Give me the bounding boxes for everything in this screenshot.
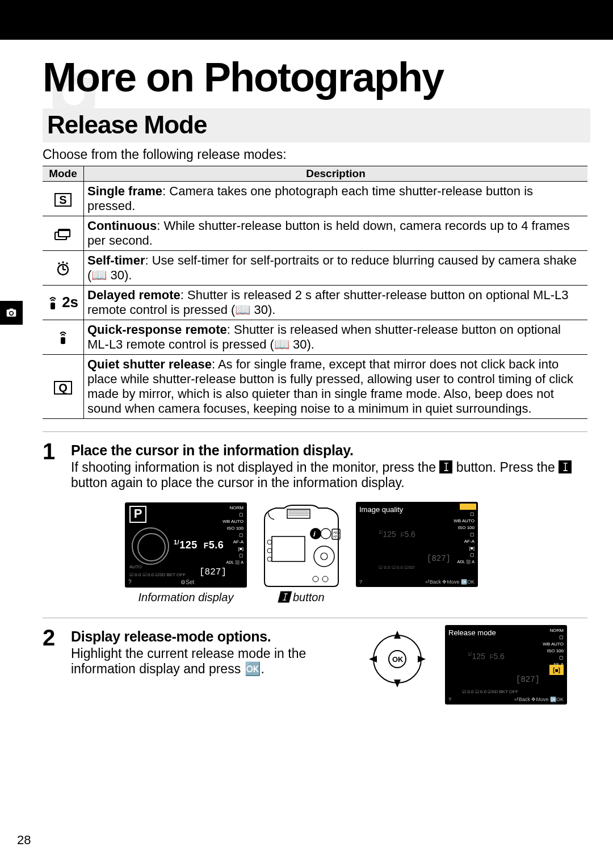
svg-point-26 bbox=[267, 548, 272, 553]
section-title: Release Mode bbox=[47, 111, 586, 139]
svg-rect-11 bbox=[272, 536, 305, 561]
step-title: Display release-mode options. bbox=[71, 628, 343, 645]
continuous-icon bbox=[54, 224, 72, 241]
lcd-footer-set: ⚙Set bbox=[180, 579, 194, 585]
mode-icon-cell: S bbox=[43, 182, 84, 216]
lcd-footer-nav: ⏎Back ✥Move 🆗OK bbox=[514, 697, 564, 702]
header-black-bar bbox=[0, 0, 613, 40]
mode-description-cell: Self-timer: Use self-timer for self-port… bbox=[84, 251, 588, 286]
exposure-dial-icon bbox=[132, 527, 169, 565]
shots-remaining: [827] bbox=[199, 567, 226, 577]
svg-point-27 bbox=[267, 557, 272, 561]
svg-marker-35 bbox=[369, 656, 377, 662]
svg-point-23 bbox=[310, 528, 321, 539]
figure-camera-back: AE-L AF-L i bbox=[262, 502, 341, 604]
step-number: 1 bbox=[43, 439, 71, 463]
mode-icon-cell: 2s bbox=[43, 286, 84, 320]
mode-icon-cell bbox=[43, 216, 84, 251]
svg-marker-36 bbox=[418, 656, 426, 662]
step-body-text: If shooting information is not displayed… bbox=[71, 460, 587, 490]
lcd-panel-info: P 1/125 F5.6 NORM▢WB AUTOISO 100▢AF-A[■]… bbox=[125, 502, 247, 588]
svg-point-7 bbox=[62, 261, 64, 263]
mode-label: Single frame bbox=[87, 184, 162, 198]
release-mode-table: Mode Description SSingle frame: Camera t… bbox=[43, 166, 587, 419]
figure-dpad-ok: OK bbox=[363, 625, 431, 693]
menu-title: Release mode bbox=[448, 628, 496, 637]
right-settings-col: NORM▢WB AUTOISO 100▢AF-A[■]▢ADL ⬛ A bbox=[221, 505, 245, 566]
page-number: 28 bbox=[17, 833, 31, 848]
svg-rect-9 bbox=[51, 303, 55, 309]
table-row: Continuous: While shutter-release button… bbox=[43, 216, 587, 251]
section-title-bar: Release Mode bbox=[43, 108, 590, 142]
table-row: 2sDelayed remote: Shutter is released 2 … bbox=[43, 286, 587, 320]
svg-point-28 bbox=[313, 576, 318, 582]
side-tab-camera-icon bbox=[0, 301, 23, 325]
svg-point-17 bbox=[314, 546, 334, 567]
svg-point-8 bbox=[66, 262, 68, 264]
chapter-title: More on Photography bbox=[43, 54, 590, 100]
svg-point-6 bbox=[58, 262, 60, 264]
lcd-footer-nav: ⏎Back ✥Move 🆗OK bbox=[425, 579, 475, 585]
camera-back-illustration: AE-L AF-L i bbox=[262, 502, 341, 588]
table-row: Quick-response remote: Shutter is releas… bbox=[43, 320, 587, 355]
manual-page: More on Photography Release Mode Choose … bbox=[0, 0, 613, 868]
right-settings-col: NORM▢WB AUTOISO 100▢AF-A[■]▢ADL ⬛ A bbox=[452, 504, 476, 565]
svg-point-19 bbox=[321, 529, 331, 539]
page-reference-icon: 📖 bbox=[274, 337, 289, 351]
svg-rect-10 bbox=[61, 337, 65, 344]
step-2: 2 Display release-mode options. Highligh… bbox=[43, 618, 587, 735]
mode-icon-cell bbox=[43, 320, 84, 355]
lcd-panel-menu: Image quality 1/125 F5.6 NORM▢WB AUTOISO… bbox=[356, 502, 478, 587]
svg-text:OK: OK bbox=[392, 655, 404, 664]
intro-text: Choose from the following release modes: bbox=[43, 147, 590, 162]
svg-point-18 bbox=[321, 553, 328, 560]
mode-label: Delayed remote bbox=[87, 288, 180, 302]
svg-point-29 bbox=[322, 576, 328, 582]
table-row: SSingle frame: Camera takes one photogra… bbox=[43, 182, 587, 216]
mode-description-text: : While shutter-release button is held d… bbox=[87, 219, 570, 248]
single-frame-icon: S bbox=[54, 193, 71, 207]
mode-icon-cell: Q bbox=[43, 355, 84, 419]
figure-caption: 🅸 button bbox=[278, 591, 324, 604]
svg-marker-34 bbox=[394, 680, 401, 687]
table-row: Self-timer: Use self-timer for self-port… bbox=[43, 251, 587, 286]
mode-label: Self-timer bbox=[87, 253, 145, 267]
mode-description-cell: Delayed remote: Shutter is released 2 s … bbox=[84, 286, 588, 320]
svg-marker-33 bbox=[394, 631, 401, 639]
mode-label: Quiet shutter release bbox=[87, 357, 212, 371]
svg-text:AF-L: AF-L bbox=[333, 535, 340, 538]
figure-image-quality-menu: Image quality 1/125 F5.6 NORM▢WB AUTOISO… bbox=[356, 502, 478, 604]
quiet-release-icon: Q bbox=[54, 381, 72, 395]
mode-description-cell: Continuous: While shutter-release button… bbox=[84, 216, 588, 251]
mode-label: Quick-response remote bbox=[87, 322, 227, 337]
page-reference-icon: 📖 bbox=[235, 303, 250, 317]
delayed-remote-icon: 2s bbox=[48, 293, 78, 311]
shutter-aperture: 1/125 F5.6 bbox=[174, 539, 224, 551]
page-reference-icon: 📖 bbox=[91, 268, 107, 282]
mode-description-cell: Single frame: Camera takes one photograp… bbox=[84, 182, 588, 216]
mode-icon-cell bbox=[43, 251, 84, 286]
quick-remote-icon bbox=[58, 328, 68, 345]
right-settings-col: NORM▢WB AUTOISO 100▢AF-A bbox=[541, 627, 565, 668]
svg-text:i: i bbox=[313, 530, 316, 538]
mode-description-cell: Quiet shutter release: As for single fra… bbox=[84, 355, 588, 419]
step-1: 1 Place the cursor in the information di… bbox=[43, 432, 587, 618]
mode-letter: P bbox=[129, 506, 146, 523]
lcd-panel-release-mode: Release mode 1/125 F5.6 NORM▢WB AUTOISO … bbox=[445, 625, 567, 705]
figure-caption: Information display bbox=[138, 591, 234, 604]
menu-title: Image quality bbox=[359, 505, 403, 514]
svg-text:AE-L: AE-L bbox=[333, 531, 340, 534]
mode-description-cell: Quick-response remote: Shutter is releas… bbox=[84, 320, 588, 355]
self-timer-icon bbox=[55, 258, 71, 275]
step-title: Place the cursor in the information disp… bbox=[71, 442, 587, 459]
table-header-desc: Description bbox=[84, 166, 588, 182]
highlighted-release-mode-cell: [■] bbox=[549, 665, 564, 675]
svg-point-25 bbox=[267, 540, 272, 544]
step-body-text: Highlight the current release mode in th… bbox=[71, 646, 343, 677]
svg-rect-2 bbox=[58, 229, 70, 231]
mode-label: Continuous bbox=[87, 219, 157, 233]
step-number: 2 bbox=[43, 625, 71, 649]
figure-information-display: P 1/125 F5.6 NORM▢WB AUTOISO 100▢AF-A[■]… bbox=[125, 502, 247, 604]
mode-description-text: : Use self-timer for self-portraits or t… bbox=[87, 253, 577, 282]
table-row: QQuiet shutter release: As for single fr… bbox=[43, 355, 587, 419]
